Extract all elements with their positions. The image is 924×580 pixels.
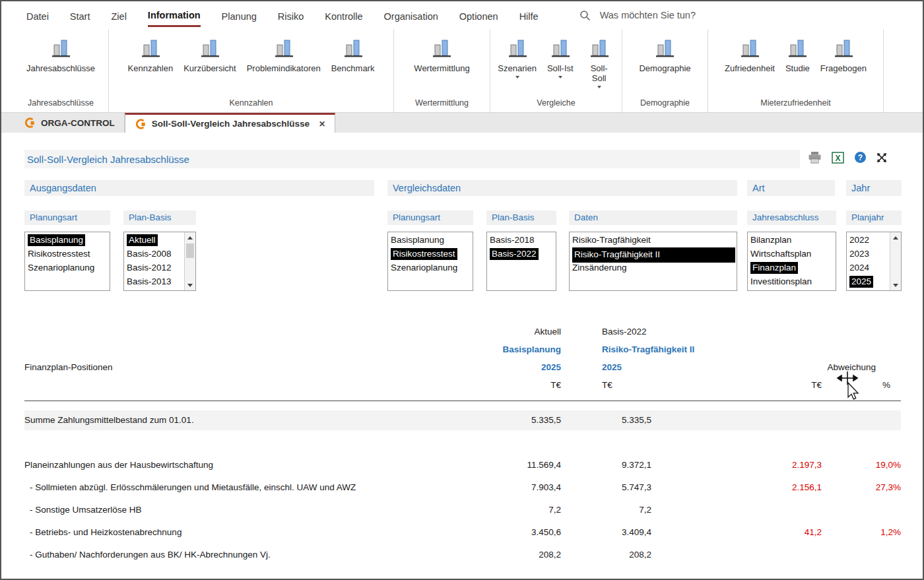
listbox-option[interactable]: Risikostresstest: [25, 247, 110, 261]
ribbon-button-kennzahlen[interactable]: Kennzahlen: [123, 36, 178, 73]
ribbon-button-kurzuebersicht[interactable]: Kurzübersicht: [179, 36, 240, 73]
listbox-option[interactable]: Szenarioplanung: [25, 261, 110, 275]
scroll-up-icon[interactable]: [890, 232, 901, 243]
menu-item-datei[interactable]: Datei: [16, 5, 59, 26]
row-label: - Sollmieten abzügl. Erlösschmälerungen …: [24, 476, 437, 499]
listbox-option-selected[interactable]: Finanzplan: [748, 261, 836, 275]
value-a: 208,2: [437, 544, 561, 566]
scroll-up-icon[interactable]: [185, 232, 195, 243]
listbox-option[interactable]: 2024: [847, 261, 890, 275]
tab-label: Soll-Soll-Vergleich Jahresabschlüsse: [152, 119, 310, 129]
ribbon-button-zufriedenheit[interactable]: Zufriedenheit: [720, 36, 779, 73]
row-header: Finanzplan-Positionen: [24, 358, 437, 376]
menu-item-organisation[interactable]: Organisation: [374, 5, 449, 26]
ribbon-button-wertermittlung[interactable]: Wertermittlung: [409, 36, 474, 73]
listbox-plan-basis-ausgang[interactable]: Aktuell Basis-2008 Basis-2012 Basis-2013: [123, 232, 196, 291]
menu-item-planung[interactable]: Planung: [211, 5, 267, 26]
menu-item-ziel[interactable]: Ziel: [100, 5, 137, 26]
expand-icon[interactable]: [876, 152, 887, 163]
menu-item-risiko[interactable]: Risiko: [267, 5, 314, 26]
listbox-option-selected[interactable]: 2025: [847, 275, 890, 289]
subheader-planjahr: Planjahr: [846, 210, 902, 225]
section-ausgangsdaten: Ausgangsdaten: [24, 180, 374, 196]
listbox-option[interactable]: Investitionsplan: [748, 275, 836, 289]
listbox-option-selected[interactable]: Risikostresstest: [388, 247, 473, 261]
tab-close-icon[interactable]: ✕: [319, 119, 325, 129]
bar-chart-icon: [832, 38, 855, 59]
menu-item-kontrolle[interactable]: Kontrolle: [314, 5, 373, 26]
value-b: 5.747,3: [561, 476, 651, 499]
listbox-jahresabschluss[interactable]: Bilanzplan Wirtschaftsplan Finanzplan In…: [747, 232, 836, 291]
ribbon-search[interactable]: Was möchten Sie tun?: [579, 10, 696, 21]
listbox-planungsart-ausgang[interactable]: Basisplanung Risikostresstest Szenariopl…: [24, 232, 110, 291]
listbox-option-selected[interactable]: Aktuell: [124, 234, 184, 247]
listbox-option[interactable]: Szenarioplanung: [388, 261, 473, 275]
scroll-down-icon[interactable]: [890, 280, 901, 290]
menu-item-optionen[interactable]: Optionen: [449, 5, 509, 26]
print-icon[interactable]: [808, 151, 822, 164]
ribbon-button-jahresabschluesse[interactable]: Jahresabschlüsse: [22, 36, 100, 73]
page-title: Soll-Soll-Vergleich Jahresabschlüsse: [24, 150, 800, 168]
section-jahr: Jahr: [846, 180, 902, 196]
menu-item-start[interactable]: Start: [59, 5, 101, 26]
listbox-option[interactable]: Bilanzplan: [748, 234, 836, 247]
subheader-planungsart-2: Planungsart: [387, 210, 473, 225]
listbox-option[interactable]: Risiko-Tragfähigkeit: [570, 234, 737, 247]
ribbon-button-fragebogen[interactable]: Fragebogen: [816, 36, 871, 73]
subheader-daten: Daten: [569, 210, 737, 225]
listbox-option[interactable]: Zinsänderung: [570, 261, 737, 275]
listbox-option[interactable]: 2022: [847, 234, 890, 247]
col-a-year: 2025: [437, 358, 561, 376]
menubar: Datei Start Ziel Information Planung Ris…: [1, 1, 923, 29]
row-label: - Betriebs- und Heizkostenabrechnung: [24, 521, 437, 544]
scrollbar[interactable]: [890, 232, 901, 290]
tab-label: ORGA-CONTROL: [41, 118, 115, 128]
orga-logo-icon: [24, 117, 36, 128]
value-dev-te: [651, 499, 822, 521]
tab-soll-soll-vergleich[interactable]: Soll-Soll-Vergleich Jahresabschlüsse ✕: [125, 113, 335, 133]
listbox-option-selected[interactable]: Basisplanung: [25, 234, 110, 247]
help-icon[interactable]: ?: [854, 151, 867, 164]
value-dev-pct: [822, 499, 901, 521]
bar-chart-icon: [549, 38, 572, 59]
ribbon-button-soll-soll[interactable]: Soll-Soll: [579, 36, 619, 88]
ribbon-group-label: Wertermittlung: [394, 96, 490, 112]
ribbon-button-demographie[interactable]: Demographie: [634, 36, 695, 73]
ribbon-group-label: Mieterzufriedenheit: [708, 96, 883, 112]
col-b-source: Basis-2022: [561, 323, 651, 340]
listbox-option[interactable]: Basis-2008: [124, 247, 184, 261]
listbox-planungsart-vergleich[interactable]: Basisplanung Risikostresstest Szenariopl…: [387, 232, 473, 291]
listbox-option[interactable]: Basis-2018: [487, 234, 556, 247]
ribbon-button-benchmark[interactable]: Benchmark: [327, 36, 380, 73]
scrollbar-thumb[interactable]: [186, 243, 194, 258]
value-a: 7,2: [437, 499, 561, 521]
listbox-option[interactable]: 2023: [847, 247, 890, 261]
tab-orga-control[interactable]: ORGA-CONTROL: [15, 113, 125, 133]
ribbon-button-szenarien[interactable]: Szenarien: [493, 36, 541, 79]
listbox-option-selected[interactable]: Basis-2022: [487, 247, 556, 261]
ribbon-button-soll-ist[interactable]: Soll-Ist: [543, 36, 578, 79]
ribbon-button-studie[interactable]: Studie: [781, 36, 814, 73]
listbox-option[interactable]: Basisplanung: [388, 234, 473, 247]
menu-item-information[interactable]: Information: [137, 3, 211, 27]
listbox-option-selected[interactable]: Risiko-Tragfähigkeit II: [570, 247, 737, 261]
value-b: 208,2: [561, 544, 651, 566]
bar-chart-icon: [199, 38, 221, 59]
value-dev-te: 2.197,3: [651, 454, 822, 476]
scroll-down-icon[interactable]: [185, 280, 195, 290]
menu-item-hilfe[interactable]: Hilfe: [509, 5, 549, 26]
listbox-option[interactable]: Wirtschaftsplan: [748, 247, 836, 261]
listbox-option[interactable]: Basis-2012: [124, 261, 184, 275]
listbox-planjahr[interactable]: 2022 2023 2024 2025: [846, 232, 902, 291]
bar-chart-icon: [653, 38, 676, 59]
table-header: Aktuell Basis-2022 Basisplanung Risiko-T…: [24, 323, 901, 394]
listbox-option[interactable]: Basis-2013: [124, 275, 184, 289]
excel-export-icon[interactable]: X: [832, 152, 844, 164]
col-b-plan: Risiko-Tragfähigkeit II: [561, 340, 651, 358]
ribbon-button-problemindikatoren[interactable]: Problemindikatoren: [242, 36, 325, 73]
listbox-plan-basis-vergleich[interactable]: Basis-2018 Basis-2022: [486, 232, 556, 291]
scrollbar[interactable]: [184, 232, 195, 290]
ribbon-button-label: Kennzahlen: [128, 63, 174, 73]
value-dev-te: [651, 544, 822, 566]
listbox-daten[interactable]: Risiko-Tragfähigkeit Risiko-Tragfähigkei…: [569, 232, 737, 291]
